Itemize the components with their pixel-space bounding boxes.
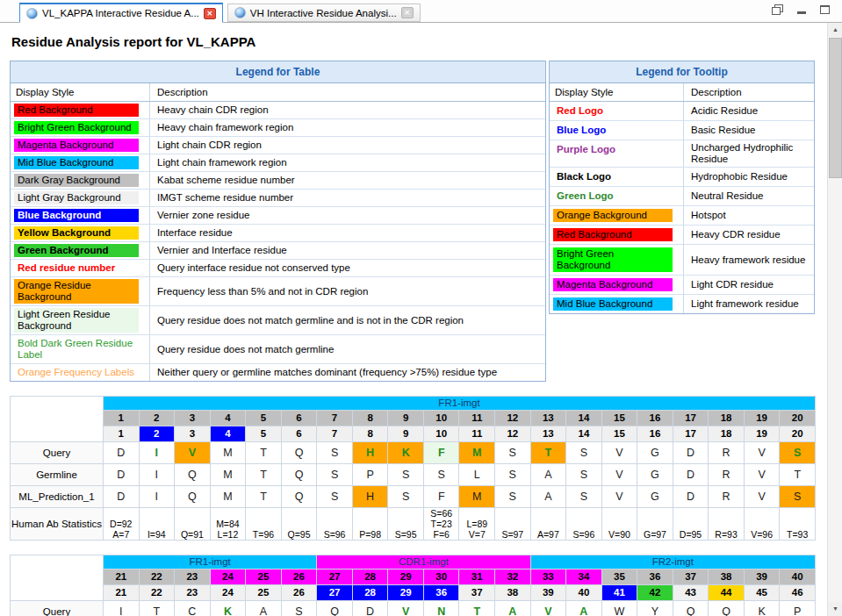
residue-cell[interactable]: V xyxy=(601,486,637,508)
residue-cell[interactable]: S xyxy=(495,442,531,464)
residue-cell[interactable]: V xyxy=(601,442,637,464)
residue-cell[interactable]: S xyxy=(566,464,602,486)
residue-cell[interactable]: H xyxy=(352,442,388,464)
residue-cell[interactable]: N xyxy=(423,601,459,616)
residue-cell[interactable]: S xyxy=(317,464,353,486)
residue-cell[interactable]: T xyxy=(246,464,282,486)
stats-cell[interactable]: S=95 xyxy=(388,508,424,541)
stats-cell[interactable]: D=95 xyxy=(673,508,709,541)
residue-cell[interactable]: W xyxy=(601,601,637,616)
residue-cell[interactable]: Q xyxy=(281,486,317,508)
stats-cell[interactable]: R=93 xyxy=(709,508,745,541)
residue-cell[interactable]: T xyxy=(139,601,175,616)
residue-cell[interactable]: V xyxy=(530,601,566,616)
stats-cell[interactable]: Q=91 xyxy=(175,508,211,541)
residue-cell[interactable]: G xyxy=(637,442,673,464)
residue-cell[interactable]: Y xyxy=(637,601,673,616)
tab-vh[interactable]: VH Interactive Residue Analysi... ✕ xyxy=(227,4,421,22)
residue-cell[interactable]: S xyxy=(317,442,353,464)
residue-cell[interactable]: G xyxy=(637,486,673,508)
residue-cell[interactable]: M xyxy=(210,486,246,508)
residue-cell[interactable]: S xyxy=(388,464,424,486)
residue-cell[interactable]: M xyxy=(459,486,495,508)
stats-cell[interactable]: Q=95 xyxy=(281,508,317,541)
stats-cell[interactable]: M=84L=12 xyxy=(210,508,246,541)
residue-cell[interactable]: K xyxy=(388,442,424,464)
residue-cell[interactable]: M xyxy=(210,442,246,464)
residue-cell[interactable]: S xyxy=(566,486,602,508)
residue-cell[interactable]: R xyxy=(709,486,745,508)
residue-cell[interactable]: V xyxy=(601,464,637,486)
minimize-window-icon[interactable] xyxy=(797,11,806,14)
residue-cell[interactable]: Q xyxy=(317,601,353,616)
stats-cell[interactable]: I=94 xyxy=(139,508,175,541)
residue-cell[interactable]: Q xyxy=(281,442,317,464)
residue-cell[interactable]: S xyxy=(780,486,816,508)
residue-cell[interactable]: M xyxy=(459,442,495,464)
residue-cell[interactable]: I xyxy=(139,486,175,508)
residue-cell[interactable]: K xyxy=(210,601,246,616)
residue-cell[interactable]: F xyxy=(423,442,459,464)
restore-window-icon[interactable] xyxy=(772,4,783,15)
residue-cell[interactable]: V xyxy=(388,601,424,616)
stats-cell[interactable]: T=93 xyxy=(780,508,816,541)
residue-cell[interactable]: D xyxy=(673,442,709,464)
residue-cell[interactable]: S xyxy=(388,486,424,508)
residue-cell[interactable]: S xyxy=(423,464,459,486)
residue-cell[interactable]: D xyxy=(673,464,709,486)
residue-cell[interactable]: S xyxy=(495,486,531,508)
residue-cell[interactable]: M xyxy=(210,464,246,486)
residue-cell[interactable]: F xyxy=(423,486,459,508)
residue-cell[interactable]: D xyxy=(104,486,140,508)
residue-cell[interactable]: I xyxy=(139,442,175,464)
residue-cell[interactable]: T xyxy=(780,464,816,486)
residue-cell[interactable]: K xyxy=(744,601,780,616)
residue-cell[interactable]: A xyxy=(530,486,566,508)
residue-cell[interactable]: V xyxy=(744,442,780,464)
residue-cell[interactable]: P xyxy=(352,464,388,486)
residue-cell[interactable]: A xyxy=(566,601,602,616)
scrollbar-thumb[interactable] xyxy=(829,38,842,178)
residue-cell[interactable]: S xyxy=(495,464,531,486)
residue-cell[interactable]: Q xyxy=(709,601,745,616)
tab-close-icon[interactable]: ✕ xyxy=(401,7,414,18)
residue-cell[interactable]: V xyxy=(744,486,780,508)
residue-cell[interactable]: Q xyxy=(175,464,211,486)
stats-cell[interactable]: D=92A=7 xyxy=(104,508,140,541)
stats-cell[interactable]: V=96 xyxy=(744,508,780,541)
stats-cell[interactable]: A=97 xyxy=(530,508,566,541)
residue-cell[interactable]: S xyxy=(780,442,816,464)
residue-cell[interactable]: D xyxy=(104,442,140,464)
residue-cell[interactable]: G xyxy=(637,464,673,486)
residue-cell[interactable]: S xyxy=(566,442,602,464)
residue-cell[interactable]: L xyxy=(459,464,495,486)
scroll-down-icon[interactable]: ▼ xyxy=(828,602,842,616)
residue-cell[interactable]: T xyxy=(459,601,495,616)
residue-cell[interactable]: Q xyxy=(281,464,317,486)
residue-cell[interactable]: S xyxy=(317,486,353,508)
tab-close-icon[interactable]: ✕ xyxy=(204,8,216,19)
stats-cell[interactable]: T=96 xyxy=(246,508,282,541)
scroll-up-icon[interactable]: ▲ xyxy=(828,23,842,37)
stats-cell[interactable]: S=96 xyxy=(317,508,353,541)
residue-cell[interactable]: T xyxy=(246,486,282,508)
stats-cell[interactable]: S=96 xyxy=(566,508,602,541)
residue-cell[interactable]: A xyxy=(495,601,531,616)
tab-vl-kappa[interactable]: VL_KAPPA Interactive Residue A... ✕ xyxy=(19,3,223,23)
stats-cell[interactable]: S=97 xyxy=(495,508,531,541)
stats-cell[interactable]: V=90 xyxy=(601,508,637,541)
maximize-window-icon[interactable] xyxy=(820,5,830,14)
residue-cell[interactable]: Q xyxy=(175,486,211,508)
residue-cell[interactable]: R xyxy=(709,464,745,486)
residue-cell[interactable]: R xyxy=(709,442,745,464)
residue-cell[interactable]: P xyxy=(780,601,816,616)
residue-cell[interactable]: H xyxy=(352,486,388,508)
residue-cell[interactable]: T xyxy=(530,442,566,464)
vertical-scrollbar[interactable]: ▲ ▼ xyxy=(827,23,842,616)
residue-cell[interactable]: D xyxy=(352,601,388,616)
stats-cell[interactable]: L=89V=7 xyxy=(459,508,495,541)
residue-cell[interactable]: I xyxy=(139,464,175,486)
residue-cell[interactable]: Q xyxy=(673,601,709,616)
residue-cell[interactable]: A xyxy=(530,464,566,486)
residue-cell[interactable]: A xyxy=(246,601,282,616)
